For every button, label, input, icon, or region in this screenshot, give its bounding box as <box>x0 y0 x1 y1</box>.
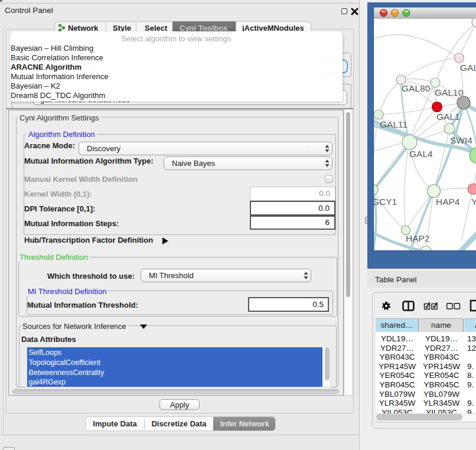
svg-text:GAL1: GAL1 <box>436 112 460 122</box>
svg-text:HAP4: HAP4 <box>436 197 460 207</box>
svg-text:GCY1: GCY1 <box>372 197 397 207</box>
svg-text:Y: Y <box>471 197 476 207</box>
svg-text:GAL80: GAL80 <box>402 83 431 93</box>
svg-text:GAL4: GAL4 <box>409 149 433 159</box>
svg-text:HAP2: HAP2 <box>406 233 430 243</box>
svg-text:GAL10: GAL10 <box>435 87 464 97</box>
svg-text:GAL11: GAL11 <box>380 119 407 129</box>
svg-text:GAL: GAL <box>460 63 476 73</box>
svg-text:SWI4: SWI4 <box>450 135 472 145</box>
